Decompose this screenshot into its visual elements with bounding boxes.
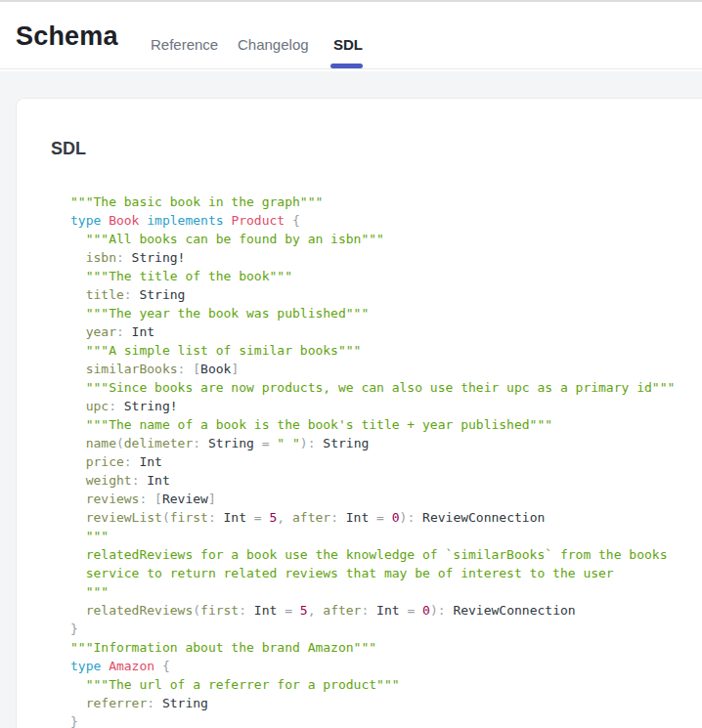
page-title: Schema [16, 21, 118, 52]
code-line: service to return related reviews that m… [70, 564, 702, 582]
sdl-code: """The basic book in the graph"""type Bo… [70, 193, 702, 728]
tab-reference[interactable]: Reference [151, 36, 218, 53]
code-line: reviews: [Review] [70, 490, 702, 508]
code-line: relatedReviews(first: Int = 5, after: In… [70, 601, 702, 620]
code-line: """ [70, 582, 702, 601]
code-line: upc: String! [70, 397, 702, 415]
schema-header: Schema Reference Changelog SDL [0, 0, 702, 69]
code-line: """Since books are now products, we can … [70, 378, 702, 397]
code-line: } [70, 620, 702, 638]
code-line: weight: Int [70, 471, 702, 490]
code-line: referrer: String [70, 694, 702, 712]
active-tab-indicator [330, 64, 363, 68]
code-line: price: Int [70, 452, 702, 471]
code-line: """The basic book in the graph""" [70, 193, 702, 211]
sdl-card: SDL """The basic book in the graph"""typ… [17, 99, 702, 728]
main-content-area: SDL """The basic book in the graph"""typ… [0, 71, 702, 728]
code-line: """Information about the brand Amazon""" [70, 638, 702, 657]
code-line: """The url of a referrer for a product""… [70, 675, 702, 694]
code-line: """A simple list of similar books""" [70, 341, 702, 360]
sdl-card-heading: SDL [51, 139, 86, 159]
code-line: title: String [70, 285, 702, 304]
code-line: type Book implements Product { [70, 211, 702, 230]
code-line: similarBooks: [Book] [70, 360, 702, 378]
code-line: """The title of the book""" [70, 267, 702, 285]
code-line: relatedReviews for a book use the knowle… [70, 545, 702, 564]
code-line: isbn: String! [70, 248, 702, 267]
code-line: """All books can be found by an isbn""" [70, 230, 702, 248]
code-line: year: Int [70, 322, 702, 341]
code-line: """The name of a book is the book's titl… [70, 415, 702, 434]
tab-changelog[interactable]: Changelog [238, 36, 309, 53]
code-line: """The year the book was published""" [70, 304, 702, 322]
code-line: } [70, 712, 702, 728]
code-line: type Amazon { [70, 657, 702, 675]
tab-sdl[interactable]: SDL [333, 36, 363, 53]
code-line: """ [70, 527, 702, 545]
code-line: reviewList(first: Int = 5, after: Int = … [70, 508, 702, 527]
code-line: name(delimeter: String = " "): String [70, 434, 702, 452]
